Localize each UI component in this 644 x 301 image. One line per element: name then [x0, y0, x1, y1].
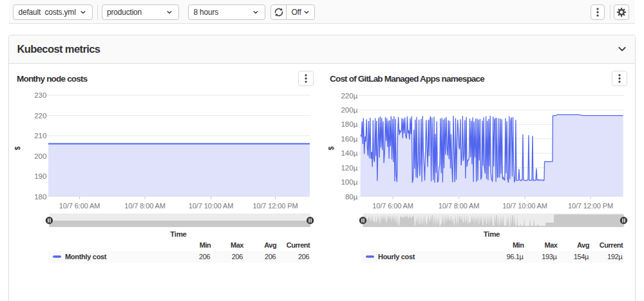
- svg-text:$: $: [327, 146, 335, 150]
- svg-text:180: 180: [34, 193, 46, 201]
- svg-text:Hourly cost: Hourly cost: [378, 253, 415, 260]
- svg-text:10/7 6:00 AM: 10/7 6:00 AM: [372, 202, 413, 210]
- svg-text:206: 206: [298, 253, 310, 260]
- svg-text:193µ: 193µ: [542, 253, 557, 260]
- svg-text:Max: Max: [544, 241, 558, 249]
- svg-text:200µ: 200µ: [341, 106, 357, 114]
- svg-text:180µ: 180µ: [341, 120, 357, 128]
- svg-text:Time: Time: [484, 230, 500, 238]
- svg-text:10/7 10:00 AM: 10/7 10:00 AM: [502, 202, 547, 210]
- svg-text:10/7 12:00 PM: 10/7 12:00 PM: [568, 202, 613, 210]
- svg-text:96.1µ: 96.1µ: [507, 253, 524, 260]
- svg-text:Time: Time: [170, 230, 186, 238]
- svg-text:10/7 12:00 PM: 10/7 12:00 PM: [252, 202, 298, 210]
- svg-text:192µ: 192µ: [607, 253, 623, 260]
- svg-text:10/7 8:00 AM: 10/7 8:00 AM: [439, 202, 480, 210]
- svg-text:230: 230: [34, 91, 46, 99]
- svg-text:210: 210: [34, 132, 46, 140]
- svg-text:Min: Min: [513, 241, 524, 249]
- svg-text:Avg: Avg: [577, 241, 589, 249]
- svg-text:206: 206: [199, 253, 211, 260]
- svg-text:10/7 10:00 AM: 10/7 10:00 AM: [189, 202, 234, 210]
- svg-text:Max: Max: [231, 241, 244, 249]
- svg-text:Current: Current: [600, 241, 623, 249]
- svg-text:Monthly cost: Monthly cost: [65, 253, 107, 260]
- svg-text:10/7 8:00 AM: 10/7 8:00 AM: [124, 202, 166, 210]
- svg-text:10/7 6:00 AM: 10/7 6:00 AM: [59, 202, 100, 210]
- svg-text:$: $: [14, 146, 21, 150]
- svg-text:206: 206: [232, 253, 243, 260]
- svg-text:100µ: 100µ: [341, 178, 357, 186]
- svg-text:206: 206: [265, 253, 276, 260]
- svg-text:220µ: 220µ: [341, 92, 357, 100]
- svg-text:Current: Current: [287, 241, 310, 249]
- svg-text:Min: Min: [200, 241, 211, 249]
- svg-text:220: 220: [34, 112, 46, 120]
- svg-text:160µ: 160µ: [341, 135, 357, 143]
- svg-text:80µ: 80µ: [345, 193, 358, 201]
- svg-text:120µ: 120µ: [341, 164, 357, 172]
- svg-text:Avg: Avg: [264, 241, 276, 249]
- svg-text:200: 200: [34, 152, 46, 160]
- svg-text:140µ: 140µ: [341, 149, 357, 157]
- svg-text:190: 190: [34, 172, 46, 180]
- svg-text:154µ: 154µ: [574, 253, 589, 260]
